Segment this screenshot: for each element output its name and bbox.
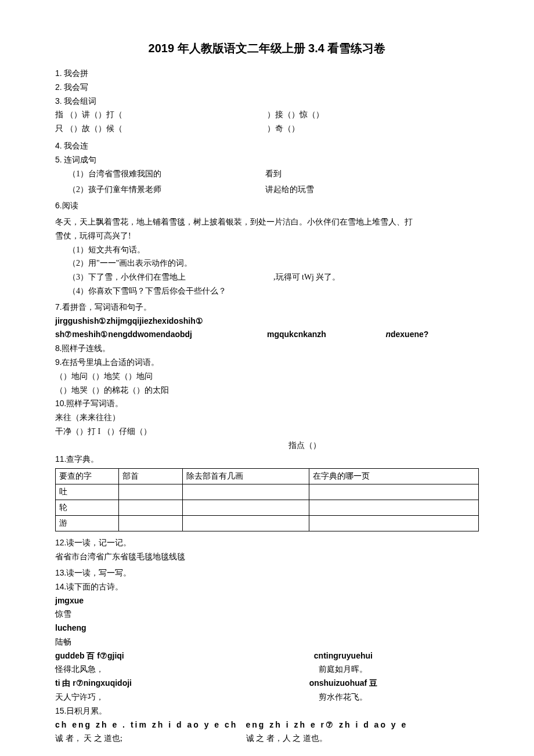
q1: 1. 我会拼	[55, 67, 479, 81]
q15-py-right: eng zh i zh e r⑦ zh i d ao y e	[246, 718, 479, 732]
q14-l1-left-py: guddeb 百 f⑦gjiqi	[55, 649, 258, 663]
q6-p2: 雪仗，玩得可高兴了!	[55, 229, 479, 243]
q10-l1: 来往（来来往往）	[55, 411, 479, 425]
cell-empty	[309, 484, 479, 500]
q6-s4: （4）你喜欢下雪吗？下雪后你会干些什么？	[55, 284, 479, 298]
cell-char-1: 吐	[56, 484, 119, 500]
q6-p1: 冬天，天上飘着雪花，地上铺着雪毯，树上披着银装，到处一片洁白。小伙伴们在雪地上堆…	[55, 215, 479, 229]
q13: 13.读一读，写一写。	[55, 566, 479, 580]
q14-l2-left-cn: 天人宁许巧，	[55, 690, 258, 704]
table-row: 游	[56, 516, 479, 531]
q3-line1-right: ）接（）惊（）	[267, 108, 479, 122]
q12-heading: 12.读一读，记一记。	[55, 536, 479, 550]
q7-pinyin-2-left: sh⑦meshih①nengddwomendaobdj	[55, 328, 267, 342]
q6-s3-right: ,玩得可 tWj 兴了。	[273, 270, 479, 284]
table-row: 轮	[56, 500, 479, 516]
q6-s2: （2）用"一一"画出表示动作的词。	[55, 256, 479, 270]
q7-heading: 7.看拼音，写词语和句子。	[55, 301, 479, 314]
q14-l2-right-py: onshuizuohuaf 豆	[258, 677, 428, 690]
table-row: 要查的字 部首 除去部首有几画 在字典的哪一页	[56, 469, 479, 484]
q5-text: 连词成句	[64, 155, 96, 164]
q5: 5. 连词成句	[55, 153, 479, 167]
q6-s1: （1）短文共有句话。	[55, 243, 479, 257]
q13-heading: .读一读，写一写。	[64, 569, 132, 577]
q4-num: 4.	[55, 141, 62, 150]
q3: 3. 我会组词	[55, 95, 479, 108]
q3-line2-right: ）奇（）	[267, 122, 479, 136]
table-row: 吐	[56, 484, 479, 500]
q11-heading: 11.查字典。	[55, 453, 479, 466]
th-strokes: 除去部首有几画	[182, 469, 309, 484]
q10-r: 指点（）	[288, 439, 479, 453]
q12-head-text: 读一读，记一记。	[66, 538, 131, 547]
cell-empty	[309, 516, 479, 531]
q15-head-text: 日积月累。	[66, 707, 107, 715]
q14-l2-right-cn: 剪水作花飞。	[258, 690, 428, 704]
q11-table: 要查的字 部首 除去部首有几画 在字典的哪一页 吐 轮 游	[55, 468, 479, 531]
q3-num: 3.	[55, 96, 62, 106]
q5-line2-right: 讲起给的玩雪	[265, 183, 479, 197]
q4-text: 我会连	[64, 142, 88, 150]
q9-head-text: .在括号里填上合适的词语。	[60, 358, 160, 367]
q15-cn-right: 诚 之 者，人 之 道也。	[246, 732, 479, 746]
q1-num: 1.	[55, 68, 62, 78]
q14-py-title: jmgxue	[55, 594, 479, 608]
q14-py-author: lucheng	[55, 621, 479, 635]
cell-empty	[119, 500, 182, 516]
cell-empty	[309, 500, 479, 516]
q6-num: 6.	[55, 201, 62, 210]
q5-num: 5.	[55, 155, 62, 164]
q3-line2-left: 只 （）故（）候（	[55, 122, 267, 136]
q7-pinyin-2-right: dexuene?	[391, 330, 428, 339]
q15-py-left: ch eng zh e . tim zh i d ao y e ch	[55, 718, 246, 732]
cell-char-2: 轮	[56, 500, 119, 516]
q14-cn-title: 惊雪	[55, 607, 479, 621]
q8-heading: .照样子连线。	[60, 344, 111, 353]
q12-num: 12.	[55, 538, 66, 547]
q5-line1-left: （1）台湾省雪很难我国的	[68, 167, 265, 181]
q3-line1-left: 指 （）讲（）打（	[55, 108, 267, 122]
q14-head-text: .读下面的古诗。	[64, 583, 124, 591]
q9-heading: 9.在括号里填上合适的词语。	[55, 356, 479, 370]
q9-l2: （）地哭（）的棉花（）的太阳	[55, 384, 479, 397]
q15-heading: 15.日积月累。	[55, 704, 479, 718]
q7-pinyin-2-mid: mgqukcnkanzh	[267, 328, 385, 342]
th-radical: 部首	[119, 469, 182, 484]
th-page: 在字典的哪一页	[309, 469, 479, 484]
q7-num: 7.	[55, 302, 62, 312]
cell-empty	[182, 500, 309, 516]
q14-l1-left-cn: 怪得北风急，	[55, 663, 258, 677]
q9-num: 9	[55, 357, 60, 367]
q2-num: 2.	[55, 82, 62, 92]
q12-l1: 省省市台湾省广东省毯毛毯地毯线毯	[55, 550, 479, 564]
q3-text: 我会组词	[64, 97, 96, 106]
q10-num: 10	[55, 399, 64, 408]
q10-head-text: .照样子写词语。	[64, 399, 124, 408]
cell-empty	[182, 484, 309, 500]
cell-empty	[119, 484, 182, 500]
cell-empty	[119, 516, 182, 531]
q1-text: 我会拼	[64, 69, 88, 78]
q8: 8.照样子连线。	[55, 342, 479, 356]
q2-text: 我会写	[64, 83, 88, 92]
q8-num: 8	[55, 343, 60, 353]
q14-cn-author: 陆畅	[55, 635, 479, 649]
q14-l1-right-py: cntingruyuehui	[258, 649, 428, 663]
q14-heading: 14.读下面的古诗。	[55, 580, 479, 594]
q6-heading: 6.阅读	[55, 199, 479, 213]
q5-line1-right: 看到	[265, 167, 479, 181]
q10-heading: 10.照样子写词语。	[55, 397, 479, 411]
q6-s3-left: （3）下了雪，小伙伴们在雪地上	[68, 270, 273, 284]
q6-head-text: 阅读	[62, 201, 78, 210]
q14-l2-left-py: ti 由 r⑦ningxuqidoji	[55, 677, 258, 690]
q7-head-text: 看拼音，写词语和句子。	[62, 303, 151, 312]
th-char: 要查的字	[56, 469, 119, 484]
page-title: 2019 年人教版语文二年级上册 3.4 看雪练习卷	[55, 41, 479, 56]
q7-pinyin-1: jirggushish①zhijmgqijiezhexidoshih①	[55, 314, 479, 328]
q14-num: 14	[55, 582, 64, 591]
q7-pinyin-2-right-i: n	[385, 330, 391, 339]
q13-num: 13	[55, 568, 64, 577]
q10-l2: 干净（）打 I （）仔细（）	[55, 425, 479, 439]
cell-empty	[182, 516, 309, 531]
q11-num: 11.	[55, 454, 66, 464]
